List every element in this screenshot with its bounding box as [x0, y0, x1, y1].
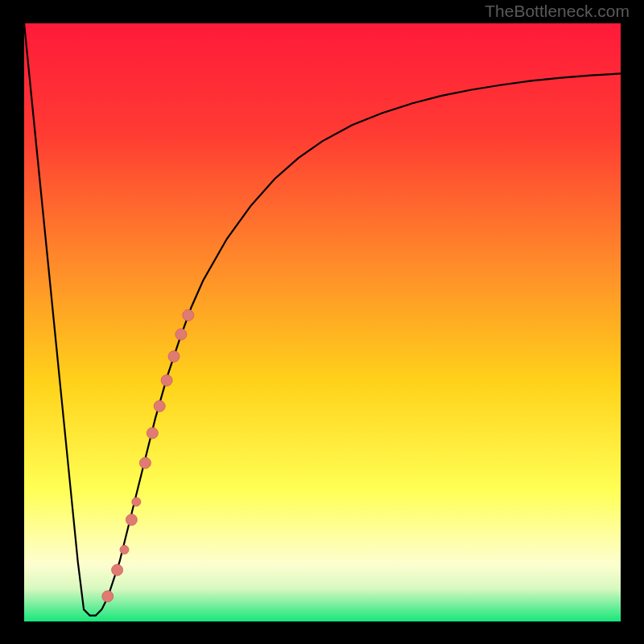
curve-marker [126, 514, 137, 526]
attribution-label: TheBottleneck.com [485, 2, 630, 21]
curve-marker [175, 328, 187, 340]
curve-marker [132, 497, 141, 506]
bottleneck-chart [0, 0, 644, 644]
curve-marker [183, 310, 194, 321]
curve-marker [147, 427, 158, 439]
curve-marker [161, 375, 172, 386]
curve-marker [102, 591, 114, 602]
curve-marker [112, 564, 123, 576]
curve-marker [139, 457, 151, 469]
gradient-background [24, 23, 621, 621]
curve-marker [168, 351, 180, 362]
curve-marker [120, 545, 129, 554]
chart-frame: TheBottleneck.com [0, 0, 644, 644]
curve-marker [154, 401, 165, 412]
